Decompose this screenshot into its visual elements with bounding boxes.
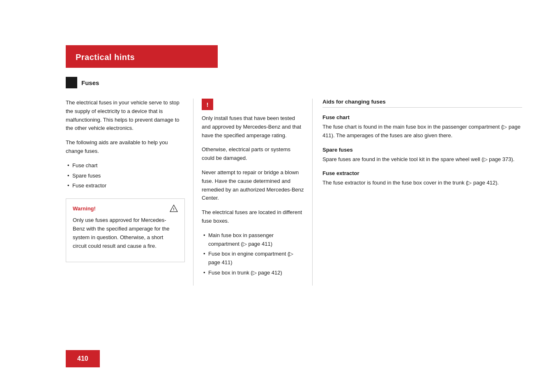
list-item: Fuse extractor (66, 182, 185, 190)
fuse-extractor-section: Fuse extractor The fuse extractor is fou… (322, 170, 522, 187)
intro-para-2: The following aids are available to help… (66, 138, 185, 156)
caution-text-2: Otherwise, electrical parts or systems c… (202, 145, 304, 163)
middle-column: ! Only install fuses that have been test… (193, 99, 312, 286)
caution-text-3: Never attempt to repair or bridge a blow… (202, 168, 304, 203)
intro-para-1: The electrical fuses in your vehicle ser… (66, 99, 185, 133)
warning-text: Only use fuses approved for Mercedes-Ben… (73, 216, 178, 250)
fuse-extractor-text: The fuse extractor is found in the fuse … (322, 179, 522, 187)
list-item: Fuse box in engine compartment (▷ page 4… (202, 250, 304, 267)
section-heading-bar: Fuses (66, 77, 218, 88)
spare-fuses-section: Spare fuses Spare fuses are found in the… (322, 147, 522, 164)
fuse-chart-section: Fuse chart The fuse chart is found in th… (322, 114, 522, 140)
warning-box: Warning! ! Only use fuses approved for M… (66, 198, 185, 262)
list-item: Fuse box in trunk (▷ page 412) (202, 269, 304, 277)
caution-exclaim-icon: ! (207, 101, 209, 108)
page-number-box: 410 (66, 350, 100, 367)
list-item: Fuse chart (66, 161, 185, 170)
chapter-title: Practical hints (76, 53, 135, 62)
warning-header: Warning! ! (73, 205, 178, 212)
caution-text-1: Only install fuses that have been tested… (202, 114, 304, 140)
spare-fuses-heading: Spare fuses (322, 147, 522, 153)
fuse-chart-heading: Fuse chart (322, 114, 522, 120)
warning-label: Warning! (73, 205, 96, 212)
caution-box: ! (202, 99, 213, 110)
page-container: Practical hints Fuses The electrical fus… (0, 0, 555, 392)
warning-triangle-icon: ! (170, 205, 178, 212)
aids-list: Fuse chart Spare fuses Fuse extractor (66, 161, 185, 190)
left-column: The electrical fuses in your vehicle ser… (66, 99, 193, 286)
list-item: Main fuse box in passenger compartment (… (202, 231, 304, 249)
fuse-extractor-heading: Fuse extractor (322, 170, 522, 176)
aids-section-title: Aids for changing fuses (322, 99, 522, 108)
svg-text:!: ! (173, 207, 174, 211)
section-black-bar (66, 77, 77, 88)
list-item: Spare fuses (66, 172, 185, 180)
page-number: 410 (77, 355, 88, 362)
right-column: Aids for changing fuses Fuse chart The f… (312, 99, 522, 286)
section-title: Fuses (81, 79, 99, 86)
content-area: The electrical fuses in your vehicle ser… (66, 99, 522, 286)
spare-fuses-text: Spare fuses are found in the vehicle too… (322, 155, 522, 164)
fuse-chart-text: The fuse chart is found in the main fuse… (322, 123, 522, 140)
chapter-header: Practical hints (66, 45, 218, 68)
fuse-boxes-list: Main fuse box in passenger compartment (… (202, 231, 304, 277)
location-intro: The electrical fuses are located in diff… (202, 208, 304, 226)
